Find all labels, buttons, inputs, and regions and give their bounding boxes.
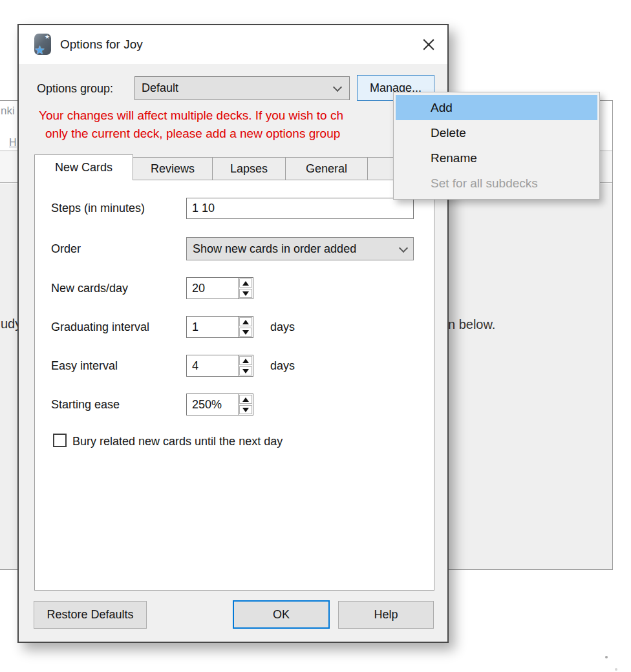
close-icon[interactable] bbox=[420, 36, 437, 53]
warning-text-line1: Your changes will affect multiple decks.… bbox=[39, 109, 343, 123]
chevron-down-icon bbox=[333, 83, 342, 92]
options-group-label: Options group: bbox=[37, 82, 113, 96]
menu-item-delete[interactable]: Delete bbox=[394, 120, 599, 145]
easy-interval-spinner[interactable]: 4 bbox=[186, 355, 253, 377]
steps-label: Steps (in minutes) bbox=[51, 202, 145, 215]
help-button[interactable]: Help bbox=[338, 601, 434, 629]
new-cards-per-day-value: 20 bbox=[192, 278, 205, 299]
bury-checkbox[interactable] bbox=[53, 434, 67, 447]
background-below-text-fragment: n below. bbox=[448, 317, 495, 332]
restore-defaults-button[interactable]: Restore Defaults bbox=[34, 601, 147, 629]
screen-speck-dot bbox=[615, 668, 617, 671]
starting-ease-label: Starting ease bbox=[51, 398, 120, 412]
anki-small-star-icon: ★ bbox=[45, 34, 50, 40]
warning-text-line2: only the current deck, please add a new … bbox=[45, 127, 340, 141]
options-group-select[interactable]: Default bbox=[134, 76, 350, 100]
spin-up-icon[interactable] bbox=[239, 356, 252, 365]
tab-general[interactable]: General bbox=[286, 157, 368, 180]
spin-up-icon[interactable] bbox=[239, 278, 252, 288]
anki-star-icon: ★ bbox=[34, 43, 45, 55]
graduating-interval-suffix: days bbox=[270, 320, 295, 334]
order-label: Order bbox=[51, 242, 81, 256]
order-select[interactable]: Show new cards in order added bbox=[186, 237, 414, 260]
bury-checkbox-label: Bury related new cards until the next da… bbox=[72, 435, 283, 448]
easy-interval-label: Easy interval bbox=[51, 359, 118, 373]
dialog-titlebar: ★ ★ Options for Joy bbox=[19, 25, 447, 64]
anki-app-icon: ★ ★ bbox=[34, 34, 51, 55]
new-cards-tab-panel: Steps (in minutes) Order Show new cards … bbox=[34, 180, 434, 591]
menu-item-add[interactable]: Add bbox=[396, 95, 597, 120]
tab-lapses[interactable]: Lapses bbox=[213, 157, 286, 180]
screen-speck-dot bbox=[605, 656, 608, 658]
easy-interval-suffix: days bbox=[270, 359, 295, 373]
new-cards-per-day-label: New cards/day bbox=[51, 282, 128, 295]
chevron-down-icon bbox=[399, 244, 408, 253]
graduating-interval-spinner[interactable]: 1 bbox=[186, 316, 253, 338]
menu-item-set-for-all-subdecks[interactable]: Set for all subdecks bbox=[394, 171, 599, 196]
spin-up-icon[interactable] bbox=[239, 317, 252, 326]
order-selected-value: Show new cards in order added bbox=[193, 238, 396, 260]
spin-up-icon[interactable] bbox=[239, 395, 252, 404]
menu-item-rename[interactable]: Rename bbox=[394, 145, 599, 171]
background-window-title-fragment: nki bbox=[1, 105, 15, 118]
starting-ease-spinner[interactable]: 250% bbox=[186, 394, 253, 415]
spin-down-icon[interactable] bbox=[239, 328, 252, 337]
ok-button[interactable]: OK bbox=[233, 600, 330, 629]
options-dialog: ★ ★ Options for Joy Options group: Defau… bbox=[17, 24, 449, 643]
easy-interval-value: 4 bbox=[192, 355, 198, 376]
starting-ease-value: 250% bbox=[192, 394, 222, 415]
background-link-fragment: H bbox=[9, 137, 17, 149]
tab-new-cards[interactable]: New Cards bbox=[34, 154, 133, 180]
options-group-selected-value: Default bbox=[142, 77, 178, 100]
spin-down-icon[interactable] bbox=[239, 366, 252, 375]
spin-down-icon[interactable] bbox=[239, 289, 252, 298]
graduating-interval-value: 1 bbox=[192, 317, 198, 337]
manage-context-menu: Add Delete Rename Set for all subdecks bbox=[393, 92, 600, 200]
spin-down-icon[interactable] bbox=[239, 405, 252, 414]
graduating-interval-label: Graduating interval bbox=[51, 320, 149, 334]
dialog-title: Options for Joy bbox=[60, 25, 143, 64]
screen: nki H udy n below. ★ ★ Options for Joy O… bbox=[0, 0, 631, 672]
tab-reviews[interactable]: Reviews bbox=[133, 157, 213, 180]
new-cards-per-day-spinner[interactable]: 20 bbox=[186, 277, 253, 299]
steps-input[interactable] bbox=[186, 198, 414, 219]
